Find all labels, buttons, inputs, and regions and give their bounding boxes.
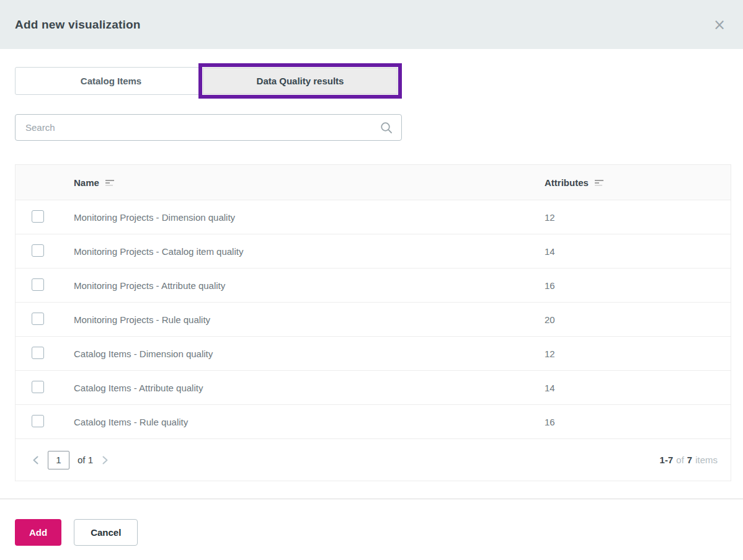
row-name: Monitoring Projects - Rule quality [74, 314, 545, 325]
tab-bar: Catalog Items Data Quality results [15, 63, 731, 99]
row-attributes: 12 [545, 349, 731, 359]
search-icon [380, 122, 393, 134]
column-header-name[interactable]: Name [74, 177, 115, 188]
modal-title: Add new visualization [15, 18, 141, 32]
table-row[interactable]: Monitoring Projects - Rule quality 20 [16, 302, 731, 336]
row-attributes: 16 [545, 417, 731, 427]
table-row[interactable]: Monitoring Projects - Catalog item quali… [16, 234, 731, 268]
row-name: Catalog Items - Dimension quality [74, 349, 545, 359]
tab-catalog-items[interactable]: Catalog Items [15, 67, 207, 95]
close-icon[interactable]: × [710, 16, 729, 33]
tab-data-quality-results[interactable]: Data Quality results [203, 68, 398, 94]
pagination-bar: of 1 1-7 of 7 items [16, 438, 731, 481]
table-row[interactable]: Monitoring Projects - Dimension quality … [16, 200, 731, 234]
row-checkbox[interactable] [32, 210, 44, 223]
row-attributes: 16 [545, 280, 731, 291]
range-value: 1-7 [660, 455, 674, 465]
table-row[interactable]: Monitoring Projects - Attribute quality … [16, 268, 731, 302]
row-name: Monitoring Projects - Attribute quality [74, 280, 545, 291]
modal-footer: Add Cancel [0, 519, 743, 546]
row-checkbox[interactable] [32, 278, 44, 291]
search-box [15, 114, 402, 141]
tab-catalog-items-label: Catalog Items [81, 76, 141, 86]
search-input[interactable] [25, 122, 380, 133]
row-attributes: 14 [545, 383, 731, 393]
row-checkbox[interactable] [32, 244, 44, 257]
modal-header: Add new visualization × [0, 0, 743, 49]
sort-icon[interactable] [595, 179, 605, 187]
table-header-row: Name Attributes [16, 165, 731, 200]
table-row[interactable]: Catalog Items - Attribute quality 14 [16, 370, 731, 404]
table-row[interactable]: Catalog Items - Rule quality 16 [16, 404, 731, 438]
results-table: Name Attributes [15, 164, 731, 481]
column-header-attributes[interactable]: Attributes [545, 177, 605, 188]
row-checkbox[interactable] [32, 347, 44, 359]
prev-page-icon[interactable] [32, 455, 40, 466]
add-button[interactable]: Add [15, 519, 61, 546]
next-page-icon[interactable] [101, 455, 109, 466]
row-checkbox[interactable] [32, 415, 44, 427]
row-name: Catalog Items - Attribute quality [74, 383, 545, 393]
items-range-label: 1-7 of 7 items [660, 455, 718, 465]
table-row[interactable]: Catalog Items - Dimension quality 12 [16, 336, 731, 370]
footer-divider [0, 499, 743, 499]
modal-content: Catalog Items Data Quality results [0, 63, 743, 481]
row-attributes: 14 [545, 246, 731, 257]
row-attributes: 12 [545, 212, 731, 223]
row-name: Monitoring Projects - Catalog item quali… [74, 246, 545, 257]
tab-highlight-box: Data Quality results [198, 63, 402, 99]
row-checkbox[interactable] [32, 381, 44, 393]
row-attributes: 20 [545, 314, 731, 325]
row-name: Monitoring Projects - Dimension quality [74, 212, 545, 223]
sort-icon[interactable] [105, 179, 115, 187]
page-number-input[interactable] [48, 451, 69, 469]
add-visualization-modal: Add new visualization × Catalog Items Da… [0, 0, 743, 546]
page-count-label: of 1 [78, 455, 93, 465]
total-value: 7 [687, 455, 692, 465]
row-name: Catalog Items - Rule quality [74, 417, 545, 427]
tab-data-quality-results-label: Data Quality results [257, 76, 344, 86]
cancel-button[interactable]: Cancel [74, 519, 138, 546]
row-checkbox[interactable] [32, 313, 44, 325]
